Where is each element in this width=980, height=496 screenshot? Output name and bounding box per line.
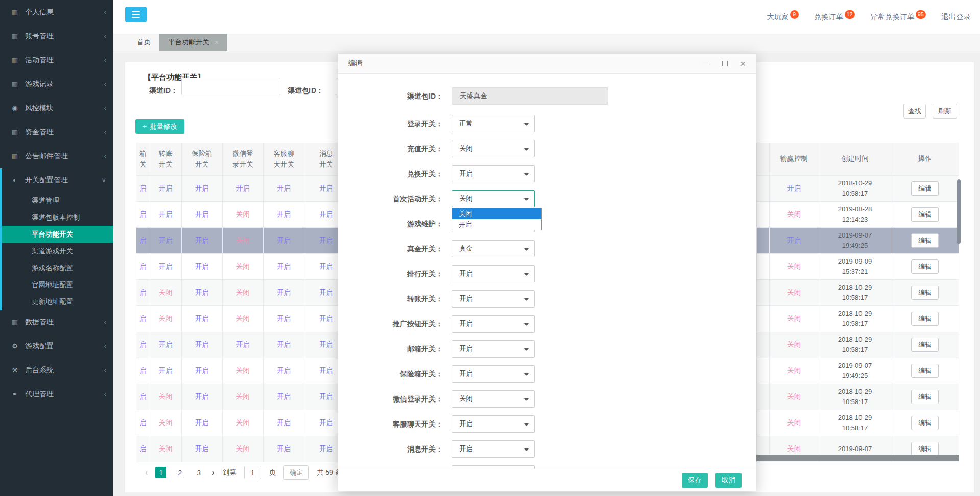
sidebar-item-channel-mgmt[interactable]: 渠道管理 (2, 192, 113, 209)
page-button-3[interactable]: 3 (193, 467, 204, 478)
table-row[interactable]: 关闭2018-10-2910:58:17编辑 (757, 306, 959, 332)
sidebar-item-switch-config-mgmt[interactable]: ◐开关配置管理∨ (2, 168, 113, 192)
table-row[interactable]: 启关闭开启关闭开启开启 (136, 384, 348, 410)
edit-row-button[interactable]: 编辑 (911, 259, 939, 274)
table-row[interactable]: 启开启开启关闭开启开启 (136, 358, 348, 384)
minimize-icon[interactable]: — (703, 60, 710, 67)
edit-row-button[interactable]: 编辑 (911, 286, 939, 300)
select-safe-box-switch[interactable]: 开启 (452, 365, 535, 383)
table-row[interactable]: 开启2018-10-2910:58:17编辑 (757, 176, 959, 202)
toplink-logout[interactable]: 退出登录 (941, 12, 971, 22)
table-row[interactable]: 启关闭开启关闭开启开启 (136, 306, 348, 332)
edit-row-button[interactable]: 编辑 (911, 390, 939, 404)
edit-row-button[interactable]: 编辑 (911, 207, 939, 222)
action-cell: 编辑 (891, 202, 959, 228)
dropdown-option[interactable]: 开启 (452, 219, 541, 230)
edit-row-button[interactable]: 编辑 (911, 312, 939, 326)
table-row[interactable]: 启开启开启开启开启开启 (136, 332, 348, 358)
toplink-big-player[interactable]: 大玩家9 (767, 12, 799, 22)
table-row[interactable]: 关闭2019-09-0719:49:25编辑 (757, 358, 959, 384)
sidebar-item-data-mgmt[interactable]: ▦数据管理‹ (0, 310, 113, 334)
sidebar-item-official-site-config[interactable]: 官网地址配置 (2, 276, 113, 293)
column-header: 创建时间 (819, 143, 892, 176)
table-row[interactable]: 启关闭开启关闭开启开启 (136, 280, 348, 306)
batch-edit-button[interactable]: + 批量修改 (135, 119, 184, 134)
page-button-2[interactable]: 2 (174, 467, 185, 478)
channel-id-input[interactable] (181, 78, 280, 95)
edit-row-button[interactable]: 编辑 (911, 233, 939, 248)
sidebar-item-funds-mgmt[interactable]: ▦资金管理‹ (0, 120, 113, 144)
refresh-button[interactable]: 刷新 (933, 104, 957, 119)
sidebar-item-channel-game-switch[interactable]: 渠道游戏开关 (2, 243, 113, 259)
page-button-1[interactable]: 1 (155, 467, 166, 478)
select-exchange-switch[interactable]: 开启 (452, 165, 535, 182)
table-row[interactable]: 关闭2019-08-2812:14:23编辑 (757, 202, 959, 228)
sidebar-item-personal-info[interactable]: ▦个人信息‹ (0, 0, 113, 24)
prev-page-icon[interactable]: ‹ (145, 468, 148, 477)
tab-close-icon[interactable]: × (214, 38, 219, 46)
table-row[interactable]: 启开启开启关闭开启开启 (136, 254, 348, 280)
toplink-abnormal-exchange-orders[interactable]: 异常兑换订单95 (870, 12, 926, 22)
action-cell: 编辑 (891, 358, 959, 384)
edit-row-button[interactable]: 编辑 (911, 181, 939, 196)
select-login-switch[interactable]: 正常 (452, 115, 535, 132)
select-recharge-switch[interactable]: 关闭 (452, 140, 535, 157)
table-row[interactable]: 启开启开启开启开启开启 (136, 176, 348, 202)
dropdown-option[interactable]: 关闭 (452, 208, 541, 219)
select-partial-field[interactable] (452, 465, 535, 469)
table-row[interactable]: 关闭2019-09-0915:37:21编辑 (757, 254, 959, 280)
search-button[interactable]: 查找 (903, 104, 926, 119)
sidebar-item-game-records[interactable]: ▦游戏记录‹ (0, 72, 113, 96)
tab-platform-function-switch[interactable]: 平台功能开关× (159, 34, 227, 51)
select-ranking-switch[interactable]: 开启 (452, 265, 535, 282)
cancel-button[interactable]: 取消 (715, 473, 742, 488)
next-page-icon[interactable]: › (212, 468, 214, 477)
horizontal-scrollbar[interactable] (756, 455, 959, 461)
select-customer-chat-switch[interactable]: 开启 (452, 415, 535, 433)
sidebar-item-agent-mgmt[interactable]: ⚭代理管理‹ (0, 382, 113, 406)
sidebar-item-notice-mail-mgmt[interactable]: ▦公告邮件管理‹ (0, 144, 113, 168)
table-row[interactable]: 启关闭开启关闭开启开启 (136, 436, 348, 462)
edit-row-button[interactable]: 编辑 (911, 364, 939, 378)
table-row[interactable]: 开启2019-09-0719:49:25编辑 (757, 228, 959, 254)
win-control-cell: 关闭 (770, 384, 819, 410)
switch-cell: 开启 (150, 332, 182, 358)
goto-page-input[interactable] (244, 466, 261, 479)
select-transfer-switch[interactable]: 开启 (452, 290, 535, 308)
sidebar-item-game-config[interactable]: ⚙游戏配置‹ (0, 334, 113, 358)
sidebar-item-backend-system[interactable]: ⚒后台系统‹ (0, 358, 113, 382)
sidebar-item-channel-package-version[interactable]: 渠道包版本控制 (2, 209, 113, 226)
toplink-exchange-orders[interactable]: 兑换订单12 (814, 12, 855, 22)
table-row[interactable]: 关闭2018-10-2910:58:17编辑 (757, 280, 959, 306)
select-mailbox-switch[interactable]: 开启 (452, 340, 535, 358)
table-row[interactable]: 启开启开启关闭开启开启 (136, 228, 348, 254)
table-row[interactable]: 启开启开启关闭开启开启 (136, 202, 348, 228)
sidebar-item-update-url-config[interactable]: 更新地址配置 (2, 293, 113, 310)
select-real-gold-switch[interactable]: 真金 (452, 240, 535, 257)
action-cell: 编辑 (891, 280, 959, 306)
sidebar-item-game-name-config[interactable]: 游戏名称配置 (2, 259, 113, 276)
edit-row-button[interactable]: 编辑 (911, 442, 939, 456)
select-message-switch[interactable]: 开启 (452, 440, 535, 458)
table-row[interactable]: 关闭2018-10-2910:58:17编辑 (757, 410, 959, 436)
edit-row-button[interactable]: 编辑 (911, 338, 939, 352)
maximize-icon[interactable] (722, 61, 728, 66)
sidebar-item-risk-control[interactable]: ◉风控模块‹ (0, 96, 113, 120)
goto-confirm-button[interactable]: 确定 (283, 465, 309, 480)
sidebar-item-activity-mgmt[interactable]: ▦活动管理‹ (0, 48, 113, 72)
select-first-activity-switch[interactable]: 关闭 (452, 190, 535, 207)
close-icon[interactable]: × (740, 59, 746, 68)
table-row[interactable]: 关闭2018-10-2910:58:17编辑 (757, 332, 959, 358)
select-dropdown: 关闭开启 (452, 208, 542, 230)
sidebar-item-account-mgmt[interactable]: ▦账号管理‹ (0, 24, 113, 48)
sidebar-item-platform-function-switch[interactable]: 平台功能开关 (2, 226, 113, 243)
table-row[interactable]: 关闭2018-10-2910:58:17编辑 (757, 384, 959, 410)
table-row[interactable]: 启关闭开启关闭开启开启 (136, 410, 348, 436)
menu-toggle-button[interactable] (125, 7, 147, 22)
edit-row-button[interactable]: 编辑 (911, 416, 939, 430)
select-promo-button-switch[interactable]: 开启 (452, 315, 535, 333)
select-wechat-login-switch[interactable]: 关闭 (452, 390, 535, 408)
save-button[interactable]: 保存 (682, 473, 708, 488)
tab-home[interactable]: 首页 (128, 34, 159, 51)
vertical-scrollbar-thumb[interactable] (957, 179, 961, 244)
